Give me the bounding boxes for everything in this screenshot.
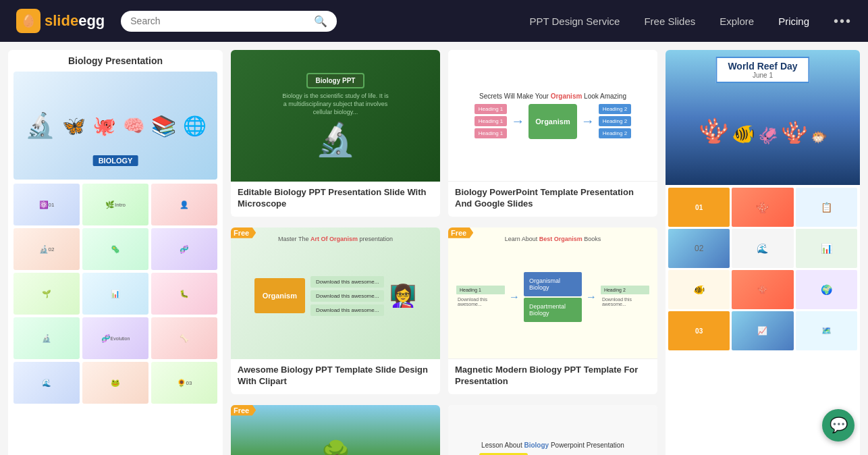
slide-thumb[interactable]: 📊: [82, 273, 148, 315]
template-card-title: Awesome Biology PPT Template Slide Desig…: [238, 365, 433, 387]
main-slide-image[interactable]: 🔬 🦋 🐙 🧠 📚 🌐 BIOLOGY: [13, 72, 217, 180]
main-nav: PPT Design Service Free Slides Explore P…: [529, 14, 852, 29]
nav-explore[interactable]: Explore: [720, 16, 754, 27]
right-slide-thumb[interactable]: 🌍: [796, 270, 857, 309]
right-slide-thumb[interactable]: 🪸: [732, 188, 793, 227]
chat-icon: 💬: [830, 417, 848, 434]
search-bar: 🔍: [121, 11, 337, 32]
right-slide-thumb[interactable]: 01: [668, 188, 730, 227]
slide-thumb[interactable]: 🌿Intro: [82, 184, 148, 225]
template-card-env-research[interactable]: Free 🌳 EnvironmentalResearch Research fo…: [231, 405, 440, 455]
right-slide-thumb[interactable]: 🗺️: [796, 311, 857, 350]
template-card-image: Secrets Will Make Your Organism Look Ama…: [448, 50, 657, 182]
slide-thumb[interactable]: ⚛️01: [13, 184, 80, 225]
logo-icon: 🥚: [16, 9, 40, 33]
nav-free-slides[interactable]: Free Slides: [644, 16, 695, 27]
slide-thumb[interactable]: 🧬: [151, 228, 217, 270]
slide-thumb[interactable]: 🦠: [82, 228, 148, 270]
template-card-title: Editable Biology PPT Presentation Slide …: [238, 187, 433, 210]
slide-thumb[interactable]: 🦴: [151, 317, 217, 359]
template-card-bio-magnetic[interactable]: Free Learn About Best Organism Books Hea…: [448, 228, 657, 394]
template-card-info: Biology PowerPoint Template Presentation…: [448, 182, 657, 217]
main-content: Biology Presentation 🔬 🦋 🐙 🧠 📚 🌐 BIOLOGY…: [0, 42, 868, 455]
slide-deck-title: Biology Presentation: [13, 55, 217, 66]
right-slide-thumb[interactable]: 03: [668, 311, 730, 350]
logo-text: slideegg: [45, 12, 105, 30]
right-slide-thumb[interactable]: 📊: [796, 229, 857, 268]
left-slide-deck: Biology Presentation 🔬 🦋 🐙 🧠 📚 🌐 BIOLOGY…: [8, 50, 223, 455]
site-header: 🥚 slideegg 🔍 PPT Design Service Free Sli…: [0, 0, 868, 42]
right-slide-thumb[interactable]: 🌊: [732, 229, 793, 268]
free-badge: Free: [231, 405, 256, 416]
template-card-bio-powerpoint[interactable]: Secrets Will Make Your Organism Look Ama…: [448, 50, 657, 217]
slide-thumb[interactable]: 🌱: [13, 273, 80, 315]
template-card-image: Free Master The Art Of Organism presenta…: [231, 228, 440, 359]
template-card-title: Biology PowerPoint Template Presentation…: [455, 187, 651, 210]
template-card-info: Editable Biology PPT Presentation Slide …: [231, 182, 440, 217]
slide-thumb[interactable]: 🔬: [13, 317, 80, 359]
free-badge: Free: [448, 228, 473, 238]
right-slide-thumb[interactable]: 📋: [796, 188, 857, 227]
logo[interactable]: 🥚 slideegg: [16, 9, 105, 33]
template-card-image: Free 🌳 EnvironmentalResearch Research fo…: [231, 405, 440, 455]
right-slide-thumb[interactable]: 📈: [732, 311, 793, 350]
chat-button[interactable]: 💬: [822, 409, 855, 441]
template-column-1: Biology PPT Biology is the scientific st…: [231, 50, 440, 455]
slide-thumb[interactable]: 🐛: [151, 273, 217, 315]
right-slide-thumb[interactable]: 02: [668, 229, 730, 268]
nav-pricing[interactable]: Pricing: [778, 16, 809, 27]
template-card-image: Lesson About Biology Powerpoint Presenta…: [448, 405, 657, 455]
search-input[interactable]: [130, 16, 308, 26]
slide-thumb[interactable]: 🌊: [13, 362, 80, 404]
slide-thumb[interactable]: 🐸: [82, 362, 148, 404]
template-card-info: Magnetic Modern Biology PPT Template For…: [448, 359, 657, 394]
slide-thumb[interactable]: 👤: [151, 184, 217, 225]
slide-thumbnail-grid: ⚛️01 🌿Intro 👤 🔬02 🦠 🧬 🌱 📊: [13, 184, 217, 404]
search-button[interactable]: 🔍: [314, 15, 327, 28]
reef-subtitle: June 1: [728, 72, 797, 79]
template-card-image: Free Learn About Best Organism Books Hea…: [448, 228, 657, 359]
right-slide-thumb[interactable]: 🐠: [668, 270, 730, 309]
right-slide-thumbnail-grid: 01 🪸 📋 02 🌊 📊 🐠 🪸: [666, 185, 860, 353]
slide-thumb[interactable]: 🌻03: [151, 362, 217, 404]
main-slide-content: 🔬 🦋 🐙 🧠 📚 🌐: [20, 106, 212, 145]
template-card-image: Biology PPT Biology is the scientific st…: [231, 50, 440, 182]
template-card-title: Magnetic Modern Biology PPT Template For…: [455, 365, 651, 387]
more-menu-button[interactable]: •••: [834, 14, 852, 29]
nav-ppt-design[interactable]: PPT Design Service: [529, 16, 620, 27]
template-card-bio-lesson[interactable]: Lesson About Biology Powerpoint Presenta…: [448, 405, 657, 455]
right-slide-thumb[interactable]: 🪸: [732, 270, 793, 309]
slide-thumb[interactable]: 🧬Evolution: [82, 317, 148, 359]
reef-main-image[interactable]: World Reef Day June 1 🪸 🐠 🦑 🪸 🐡: [666, 50, 860, 185]
free-badge: Free: [231, 228, 256, 238]
biology-label: BIOLOGY: [93, 155, 138, 166]
template-column-2: Secrets Will Make Your Organism Look Ama…: [448, 50, 657, 455]
template-grid: Biology PPT Biology is the scientific st…: [223, 50, 666, 455]
template-card-info: Awesome Biology PPT Template Slide Desig…: [231, 359, 440, 394]
template-card-bio-awesome[interactable]: Free Master The Art Of Organism presenta…: [231, 228, 440, 394]
reef-title-overlay: World Reef Day June 1: [715, 57, 809, 83]
right-slide-deck: World Reef Day June 1 🪸 🐠 🦑 🪸 🐡 01 🪸 📋: [666, 50, 860, 455]
template-card-bio-microscope[interactable]: Biology PPT Biology is the scientific st…: [231, 50, 440, 217]
reef-title: World Reef Day: [728, 61, 797, 72]
slide-thumb[interactable]: 🔬02: [13, 228, 80, 270]
